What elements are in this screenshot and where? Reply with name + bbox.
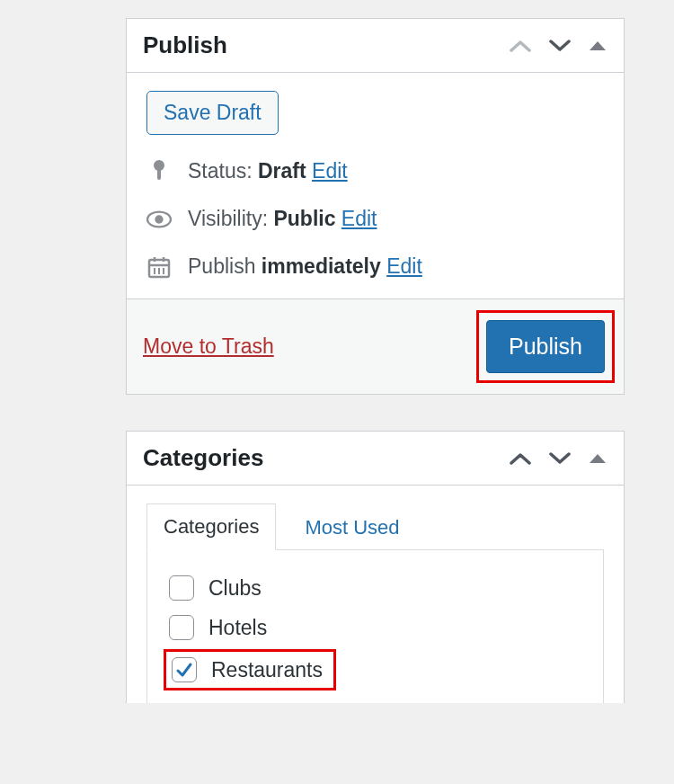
categories-panel: Categories Categories Most Used Clubs — [126, 431, 625, 703]
status-edit-link[interactable]: Edit — [312, 159, 348, 183]
visibility-edit-link[interactable]: Edit — [341, 207, 377, 230]
pin-icon — [146, 158, 172, 183]
panel-controls — [509, 452, 607, 465]
publish-highlight: Publish — [476, 310, 615, 383]
collapse-icon[interactable] — [588, 40, 607, 52]
svg-marker-0 — [590, 41, 606, 50]
move-up-icon[interactable] — [509, 40, 532, 52]
category-label: Restaurants — [211, 658, 323, 682]
svg-point-4 — [155, 215, 163, 223]
publish-panel-footer: Move to Trash Publish — [127, 298, 624, 394]
move-down-icon[interactable] — [548, 40, 572, 52]
categories-panel-header: Categories — [127, 432, 624, 486]
publish-panel-title: Publish — [143, 31, 227, 59]
category-item: Clubs — [169, 575, 581, 601]
categories-panel-body: Categories Most Used Clubs Hotels Restau… — [127, 486, 624, 703]
category-item: Hotels — [169, 615, 581, 640]
category-highlight: Restaurants — [169, 655, 581, 685]
move-down-icon[interactable] — [548, 452, 572, 465]
panel-controls — [509, 40, 607, 52]
visibility-row: Visibility: Public Edit — [146, 207, 604, 231]
categories-panel-title: Categories — [143, 444, 263, 472]
category-tabs: Categories Most Used — [146, 503, 604, 550]
schedule-row: Publish immediately Edit — [146, 254, 604, 279]
move-up-icon[interactable] — [509, 452, 532, 465]
save-draft-button[interactable]: Save Draft — [146, 91, 279, 135]
publish-panel: Publish Save Draft Status: Draft Edit — [126, 18, 625, 395]
publish-button[interactable]: Publish — [486, 320, 605, 373]
svg-rect-2 — [157, 169, 161, 180]
status-row: Status: Draft Edit — [146, 158, 604, 183]
visibility-label: Visibility: Public Edit — [188, 207, 377, 231]
category-list: Clubs Hotels Restaurants — [146, 549, 604, 703]
calendar-icon — [146, 255, 172, 279]
status-label: Status: Draft Edit — [188, 159, 348, 183]
publish-panel-header: Publish — [127, 19, 624, 73]
category-label: Clubs — [208, 576, 262, 601]
tab-all-categories[interactable]: Categories — [146, 503, 276, 550]
tab-most-used[interactable]: Most Used — [288, 505, 415, 550]
eye-icon — [146, 210, 172, 228]
schedule-label: Publish immediately Edit — [188, 254, 422, 279]
checkbox-clubs[interactable] — [169, 575, 194, 601]
move-to-trash-link[interactable]: Move to Trash — [143, 334, 274, 359]
svg-marker-12 — [590, 454, 606, 463]
category-label: Hotels — [208, 616, 267, 640]
checkbox-hotels[interactable] — [169, 615, 194, 640]
checkbox-restaurants[interactable] — [172, 657, 197, 682]
publish-panel-body: Save Draft Status: Draft Edit Visibility… — [127, 73, 624, 298]
schedule-edit-link[interactable]: Edit — [386, 254, 422, 278]
collapse-icon[interactable] — [588, 452, 607, 465]
